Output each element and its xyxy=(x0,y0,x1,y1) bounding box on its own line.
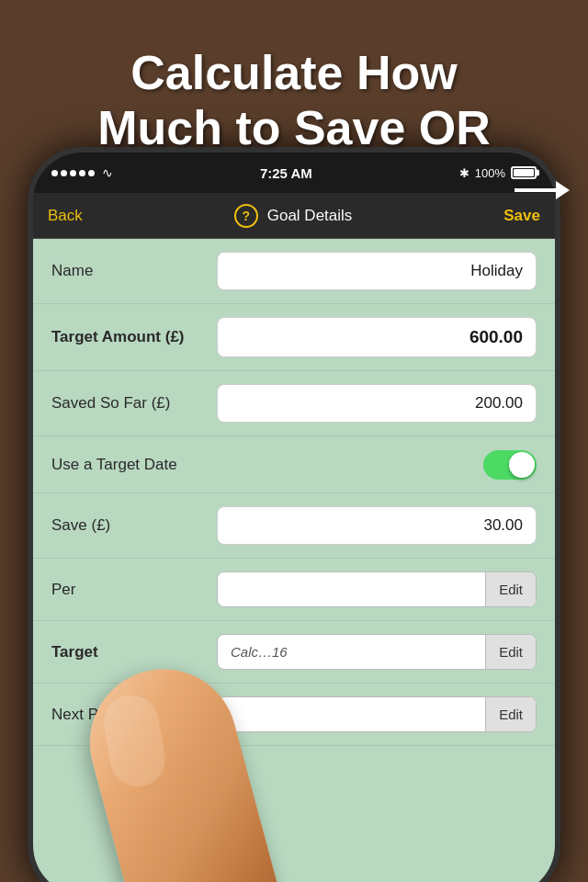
target-row: Target Calc…16 Edit xyxy=(33,621,555,684)
target-date-label: Use a Target Date xyxy=(51,456,217,474)
target-amount-row: Target Amount (£) xyxy=(33,304,555,371)
target-amount-label: Target Amount (£) xyxy=(51,328,217,346)
next-pay-date-field: Edit xyxy=(217,696,537,732)
target-date-toggle[interactable] xyxy=(483,450,537,480)
save-amount-row: Save (£) xyxy=(33,493,555,559)
per-edit-button[interactable]: Edit xyxy=(485,572,536,606)
next-pay-date-row: Next Pay Date Edit xyxy=(33,684,555,746)
target-value: Calc…16 xyxy=(218,635,485,669)
phone-frame: ∿ 7:25 AM ✱ 100% Back ? Goal Details Sav… xyxy=(28,147,560,882)
back-button[interactable]: Back xyxy=(48,207,83,225)
target-label: Target xyxy=(51,643,217,662)
per-value xyxy=(218,581,485,599)
nav-center: ? Goal Details xyxy=(234,204,353,228)
per-row: Per Edit xyxy=(33,559,555,621)
help-button[interactable]: ? xyxy=(234,204,258,228)
nav-title: Goal Details xyxy=(267,207,353,225)
target-date-row: Use a Target Date xyxy=(33,436,555,493)
per-label: Per xyxy=(51,581,217,599)
content-area: Name Target Amount (£) Saved So Far (£) … xyxy=(33,239,555,882)
name-label: Name xyxy=(51,262,217,280)
toggle-knob xyxy=(509,452,535,478)
next-pay-date-value xyxy=(218,706,485,724)
form-container: Name Target Amount (£) Saved So Far (£) … xyxy=(33,239,555,746)
name-input[interactable] xyxy=(217,252,537,290)
name-row: Name xyxy=(33,239,555,304)
arrow-annotation xyxy=(514,175,570,211)
saved-so-far-label: Saved So Far (£) xyxy=(51,394,217,413)
target-edit-button[interactable]: Edit xyxy=(485,635,536,669)
saved-so-far-row: Saved So Far (£) xyxy=(33,371,555,436)
save-amount-input[interactable] xyxy=(217,506,537,545)
annotation-line1: Calculate How xyxy=(130,46,457,99)
per-field: Edit xyxy=(217,571,537,607)
target-amount-input[interactable] xyxy=(217,317,537,357)
save-amount-label: Save (£) xyxy=(51,516,217,535)
next-pay-date-edit-button[interactable]: Edit xyxy=(485,697,536,731)
svg-marker-1 xyxy=(556,181,570,199)
annotation-line2: Much to Save OR xyxy=(97,101,491,154)
annotation-text: Calculate How Much to Save OR xyxy=(79,37,509,165)
saved-so-far-input[interactable] xyxy=(217,384,537,423)
annotation-overlay: Calculate How Much to Save OR xyxy=(0,0,588,202)
target-field: Calc…16 Edit xyxy=(217,634,537,670)
next-pay-date-label: Next Pay Date xyxy=(51,706,217,724)
